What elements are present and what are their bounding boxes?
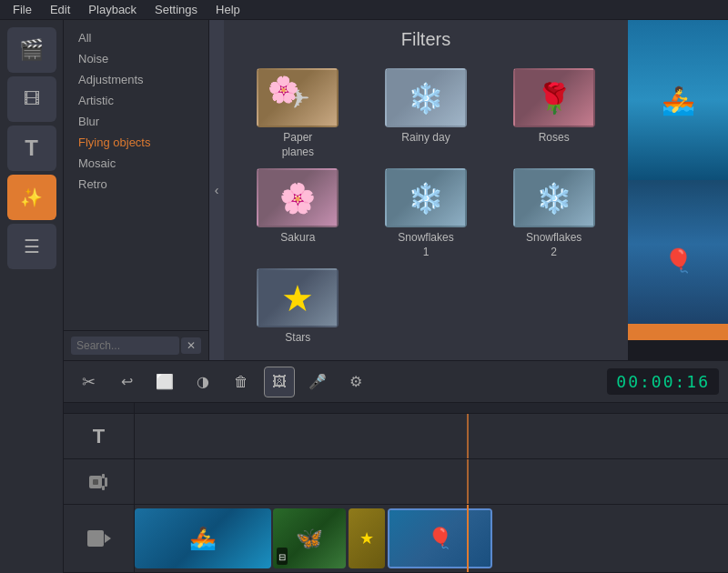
menu-playback[interactable]: Playback	[81, 1, 144, 18]
tool-delete[interactable]: 🗑	[226, 367, 257, 397]
stars-emoji: ★	[281, 277, 314, 319]
sidebar-effects-btn[interactable]: ✨	[7, 175, 56, 220]
filter-categories: All Noise Adjustments Artistic Blur Flyi…	[64, 20, 209, 360]
tool-cut[interactable]: ✂	[73, 367, 104, 397]
roses-emoji: 🌹	[536, 81, 572, 116]
filter-grid-container: Filters ✈ 🌸 Paperplanes ❄	[224, 20, 628, 360]
timeline-tracks: T	[64, 414, 728, 573]
preview-panel: 🚣 🎈	[628, 20, 728, 360]
filter-roses[interactable]: 🌹 Roses	[494, 68, 613, 159]
filter-label-rainy-day: Rainy day	[401, 131, 450, 146]
filter-sakura[interactable]: 🌸 Sakura	[238, 168, 358, 259]
clip1-thumb: 🚣	[135, 508, 271, 568]
left-sidebar: 🎬 🎞 T ✨ ☰	[0, 20, 64, 573]
menu-settings[interactable]: Settings	[147, 1, 205, 18]
menu-help[interactable]: Help	[208, 1, 248, 18]
video-clip-1[interactable]: 🚣	[135, 508, 271, 568]
video-clip-4[interactable]: 🎈	[388, 508, 492, 568]
sidebar-video-btn[interactable]: 🎬	[7, 27, 56, 73]
filter-stars[interactable]: ★ Stars	[238, 268, 358, 346]
audio-track-label	[64, 459, 135, 504]
clip3-star: ★	[359, 528, 374, 548]
filter-search-input[interactable]	[71, 337, 179, 355]
filter-label-snowflakes2: Snowflakes2	[526, 231, 581, 259]
filter-label-snowflakes1: Snowflakes1	[398, 231, 453, 259]
text-track-content[interactable]	[135, 414, 728, 458]
clip1-icon: 🚣	[189, 526, 217, 551]
tool-settings[interactable]: ⚙	[340, 367, 371, 397]
clip2-caption-badge: ⊟	[277, 548, 288, 565]
timecode-display: 00:00:16	[607, 368, 719, 395]
content-area: All Noise Adjustments Artistic Blur Flyi…	[64, 20, 728, 573]
filter-snowflakes1[interactable]: ❄️ Snowflakes1	[367, 168, 486, 259]
category-mosaic[interactable]: Mosaic	[64, 153, 208, 174]
menu-file[interactable]: File	[5, 1, 39, 18]
category-adjustments[interactable]: Adjustments	[64, 69, 208, 90]
toolbar: ✂ ↩ ⬜ ◑ 🗑 🖼 🎤 ⚙ 00:00:16	[64, 361, 728, 403]
collapse-arrow[interactable]: ‹	[209, 20, 224, 360]
filter-categories-list: All Noise Adjustments Artistic Blur Flyi…	[64, 20, 208, 330]
filters-title: Filters	[224, 20, 628, 59]
video-clip-3[interactable]: ★	[349, 508, 385, 568]
filter-snowflakes2[interactable]: ❄️ Snowflakes2	[494, 168, 613, 259]
video-track-content[interactable]: 🚣 🦋 ⊟	[135, 505, 728, 572]
text-track-row: T	[64, 414, 728, 459]
timeline-header: 00:00:00 00:00:05 00:00:10 00:00:15 00:0…	[64, 403, 728, 414]
snowflakes1-emoji: ❄️	[408, 181, 444, 216]
preview-bottom-bar	[628, 324, 728, 340]
video-track-row: 🚣 🦋 ⊟	[64, 505, 728, 573]
filter-paper-planes[interactable]: ✈ 🌸 Paperplanes	[238, 68, 358, 159]
menu-edit[interactable]: Edit	[43, 1, 77, 18]
tool-audio[interactable]: 🎤	[302, 367, 333, 397]
sidebar-menu-btn[interactable]: ☰	[7, 224, 56, 269]
text-track-label: T	[64, 414, 135, 458]
audio-track-row	[64, 459, 728, 505]
svg-rect-4	[105, 478, 107, 487]
sidebar-capture-btn[interactable]: 🎞	[7, 76, 56, 122]
caption-icon: ⊟	[278, 552, 286, 562]
timeline-gutter	[64, 403, 135, 413]
filter-thumb-rainy-day: ❄️	[385, 68, 467, 127]
svg-rect-2	[102, 474, 105, 478]
filter-label-sakura: Sakura	[280, 231, 315, 246]
category-flying-objects[interactable]: Flying objects	[64, 132, 208, 153]
filter-thumb-roses: 🌹	[513, 68, 595, 127]
filter-thumb-snowflakes2: ❄️	[513, 168, 595, 227]
video-track-playhead	[467, 505, 469, 572]
audio-track-icon	[87, 470, 111, 494]
text-track-playhead	[467, 414, 469, 458]
video-clip-2[interactable]: 🦋 ⊟	[273, 508, 346, 568]
category-blur[interactable]: Blur	[64, 111, 208, 132]
filter-label-stars: Stars	[285, 331, 310, 346]
filter-search-clear[interactable]: ✕	[181, 337, 201, 354]
clip2-icon: 🦋	[296, 526, 323, 551]
tool-undo[interactable]: ↩	[111, 367, 142, 397]
filter-thumb-stars: ★	[257, 268, 339, 327]
category-all[interactable]: All	[64, 27, 208, 48]
tool-crop[interactable]: ⬜	[149, 367, 180, 397]
clip4-icon: 🎈	[428, 527, 452, 550]
svg-rect-3	[102, 486, 105, 490]
tool-image[interactable]: 🖼	[264, 367, 295, 397]
filter-rainy-day[interactable]: ❄️ Rainy day	[367, 68, 486, 159]
filter-search-bar: ✕	[64, 330, 208, 360]
category-noise[interactable]: Noise	[64, 48, 208, 69]
category-retro[interactable]: Retro	[64, 174, 208, 195]
sidebar-text-btn[interactable]: T	[7, 126, 56, 171]
filter-label-paper-planes: Paperplanes	[282, 131, 314, 159]
svg-marker-6	[105, 534, 111, 543]
tool-color[interactable]: ◑	[187, 367, 218, 397]
clip4-thumb: 🎈	[389, 510, 490, 567]
video-track-icon	[86, 528, 112, 548]
preview-top: 🚣	[628, 20, 728, 180]
rainy-day-emoji: ❄️	[408, 81, 444, 116]
audio-track-playhead	[467, 459, 469, 504]
filter-thumb-snowflakes1: ❄️	[385, 168, 467, 227]
filter-grid: ✈ 🌸 Paperplanes ❄️ Rainy day	[224, 59, 628, 355]
svg-rect-5	[87, 530, 104, 547]
snowflakes2-emoji: ❄️	[536, 181, 572, 216]
filter-thumb-sakura: 🌸	[257, 168, 339, 227]
category-artistic[interactable]: Artistic	[64, 90, 208, 111]
filter-thumb-paper-planes: ✈ 🌸	[257, 68, 339, 127]
audio-track-content[interactable]	[135, 459, 728, 504]
